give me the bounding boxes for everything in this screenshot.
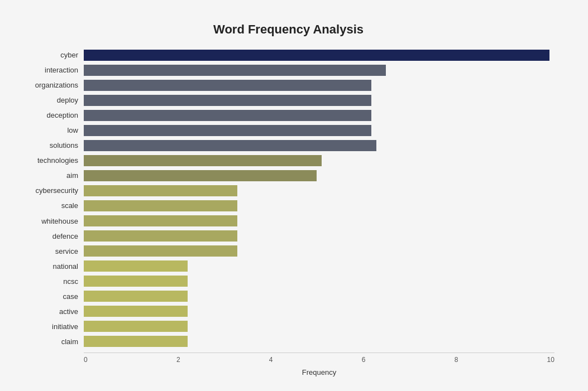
bar-track [84,245,554,257]
bar-fill [84,185,237,196]
bar-track [84,306,554,317]
bar-row: technologies [22,153,554,167]
bar-fill [84,200,237,211]
bar-row: deception [22,108,554,122]
bar-track [84,260,554,272]
bar-row: deploy [22,93,554,107]
bar-label: solutions [22,141,84,149]
x-tick-label: 4 [269,356,273,364]
bar-label: defence [22,232,84,240]
bar-track [84,65,554,76]
bar-track [84,140,554,151]
bar-row: whitehouse [22,214,554,228]
bar-fill [84,291,188,302]
bar-track [84,200,554,211]
bar-row: national [22,259,554,273]
bar-row: organizations [22,78,554,92]
bar-row: aim [22,168,554,182]
bar-row: interaction [22,63,554,77]
chart-title: Word Frequency Analysis [22,22,554,37]
x-axis-area: 0246810 Frequency [84,353,554,380]
bar-row: solutions [22,138,554,152]
bar-track [84,155,554,166]
bar-row: case [22,289,554,303]
bar-label: low [22,126,84,134]
bar-label: whitehouse [22,217,84,225]
bar-label: interaction [22,66,84,74]
bar-fill [84,65,386,76]
bar-row: cyber [22,48,554,62]
bar-label: deploy [22,96,84,104]
chart-container: Word Frequency Analysis cyberinteraction… [11,11,577,391]
bar-row: defence [22,229,554,243]
bar-track [84,110,554,121]
bar-track [84,80,554,91]
bar-label: ncsc [22,277,84,286]
bar-fill [84,110,371,121]
bar-label: organizations [22,81,84,89]
bar-fill [84,215,237,226]
bar-track [84,230,554,242]
bar-track [84,336,554,347]
bar-row: cybersecurity [22,184,554,197]
bar-label: cybersecurity [22,186,84,195]
bar-fill [84,155,322,166]
bar-track [84,215,554,226]
x-tick-label: 0 [84,356,88,364]
bar-fill [84,321,188,332]
bar-fill [84,245,237,257]
bar-row: low [22,123,554,137]
bar-label: claim [22,337,84,346]
bar-track [84,95,554,106]
bar-fill [84,125,371,136]
bar-row: service [22,244,554,258]
bar-track [84,321,554,332]
bar-fill [84,95,371,106]
bar-label: case [22,292,84,301]
bar-fill [84,276,188,287]
bar-row: initiative [22,320,554,334]
bar-fill [84,140,376,151]
x-tick-label: 8 [455,356,458,364]
chart-area: cyberinteractionorganizationsdeploydecep… [22,48,554,350]
bar-fill [84,170,317,181]
bar-label: deception [22,111,84,119]
bar-track [84,291,554,302]
bar-track [84,50,554,61]
bar-fill [84,336,188,347]
bar-row: claim [22,335,554,349]
bar-track [84,170,554,181]
bar-fill [84,306,188,317]
bar-row: active [22,305,554,318]
bar-track [84,276,554,287]
x-tick-label: 6 [362,356,366,364]
bar-fill [84,50,549,61]
bar-label: service [22,247,84,255]
bar-label: initiative [22,322,84,331]
x-tick-label: 10 [547,356,554,364]
bar-row: ncsc [22,274,554,288]
bar-label: scale [22,201,84,210]
x-label: Frequency [84,368,554,376]
bar-label: aim [22,171,84,180]
bar-track [84,185,554,196]
bar-fill [84,80,371,91]
bar-label: national [22,262,84,271]
x-tick-label: 2 [176,356,180,364]
bar-fill [84,260,188,272]
bar-label: cyber [22,51,84,59]
bar-fill [84,230,237,242]
x-ticks: 0246810 [84,353,554,364]
bar-row: scale [22,199,554,213]
bar-track [84,125,554,136]
bar-label: technologies [22,156,84,165]
bar-label: active [22,307,84,316]
